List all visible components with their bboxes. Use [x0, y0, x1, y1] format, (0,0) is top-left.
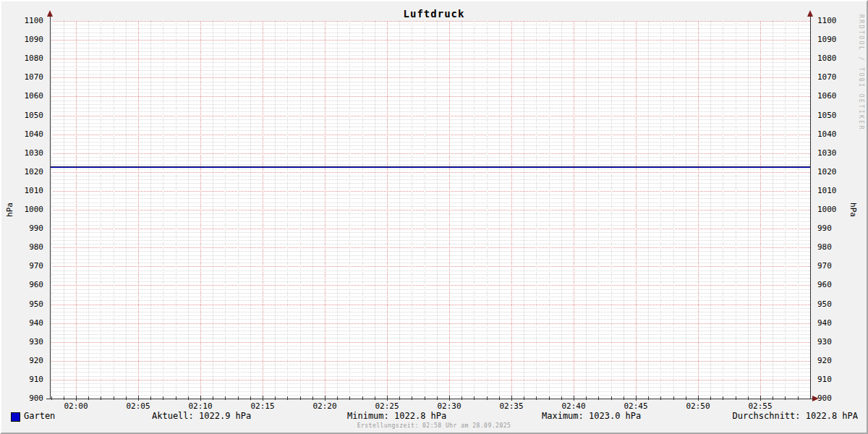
y-tick-label-left: 1040	[1, 129, 43, 140]
gridline-minor-h	[50, 327, 810, 328]
gridline-minor-h	[50, 161, 810, 161]
x-axis-tick	[176, 396, 176, 400]
y-tick-label-right: 900	[817, 393, 832, 404]
x-axis-tick	[126, 396, 127, 400]
gridline-major-h	[50, 342, 810, 343]
gridline-minor-h	[50, 395, 810, 396]
gridline-minor-h	[50, 349, 810, 350]
gridline-minor-v	[673, 21, 674, 399]
x-axis-tick	[660, 396, 661, 400]
x-axis-tick	[349, 396, 350, 400]
gridline-minor-v	[300, 21, 301, 399]
y-tick-label-right: 950	[817, 299, 832, 310]
gridline-minor-h	[50, 62, 810, 63]
x-axis-tick	[51, 396, 52, 400]
x-axis-tick	[586, 396, 587, 400]
y-tick-label-right: 910	[817, 375, 832, 385]
x-axis-tick	[561, 396, 562, 400]
x-axis-tick	[798, 396, 799, 400]
x-tick-label: 02:15	[247, 401, 278, 412]
gridline-minor-v	[736, 21, 736, 399]
gridline-minor-v	[487, 21, 488, 399]
gridline-major-v	[138, 21, 139, 399]
gridline-minor-v	[461, 21, 462, 399]
gridline-minor-h	[50, 157, 810, 158]
gridline-minor-h	[50, 123, 810, 124]
y-tick-label-right: 1100	[817, 16, 837, 26]
gridline-minor-h	[50, 308, 810, 309]
x-tick-label: 02:35	[495, 401, 527, 412]
gridline-minor-h	[50, 365, 810, 365]
x-axis-tick	[487, 396, 488, 400]
gridline-major-h	[50, 361, 810, 362]
gridline-minor-h	[50, 338, 810, 339]
gridline-major-h	[50, 40, 810, 41]
x-tick-label: 02:55	[744, 401, 776, 412]
gridline-minor-v	[126, 21, 127, 399]
x-axis-tick	[163, 396, 163, 400]
gridline-minor-h	[50, 169, 810, 169]
y-tick-label-left: 1030	[1, 148, 43, 158]
gridline-minor-h	[50, 237, 810, 237]
y-tick-label-left: 990	[1, 224, 43, 234]
gridline-minor-h	[50, 142, 810, 142]
x-axis-tick	[624, 396, 624, 400]
gridline-minor-v	[275, 21, 276, 399]
gridline-minor-v	[474, 21, 475, 399]
gridline-minor-h	[50, 331, 810, 331]
x-axis-tick	[425, 396, 425, 400]
gridline-major-h	[50, 153, 810, 154]
x-axis-tick	[337, 396, 338, 400]
gridline-minor-v	[101, 21, 101, 399]
gridline-minor-h	[50, 274, 810, 275]
y-tick-label-right: 1080	[817, 54, 837, 64]
gridline-minor-h	[50, 138, 810, 139]
gridline-major-v	[636, 21, 637, 399]
gridline-major-h	[50, 116, 810, 116]
x-axis-tick	[760, 396, 761, 401]
y-tick-label-left: 1020	[1, 167, 43, 177]
x-tick-label: 02:00	[60, 401, 92, 412]
y-tick-label-left: 980	[1, 242, 43, 252]
y-tick-label-left: 1060	[1, 91, 43, 101]
gridline-minor-v	[238, 21, 239, 399]
gridline-minor-h	[50, 179, 810, 180]
y-tick-label-left: 920	[1, 356, 43, 366]
y-tick-label-right: 1030	[817, 148, 837, 158]
gridline-minor-h	[50, 346, 810, 346]
stat-minimum: Minimum: 1022.8 hPa	[347, 411, 446, 421]
gridline-minor-v	[785, 21, 786, 399]
y-tick-label-left: 930	[1, 337, 43, 347]
y-tick-label-right: 1060	[817, 91, 837, 101]
gridline-minor-h	[50, 33, 810, 33]
x-tick-label: 02:45	[620, 401, 652, 412]
y-tick-label-left: 960	[1, 280, 43, 290]
y-tick-label-right: 1090	[817, 35, 837, 45]
gridline-minor-v	[225, 21, 226, 399]
gridline-minor-v	[524, 21, 524, 399]
x-axis-tick	[773, 396, 773, 400]
y-tick-label-left: 1080	[1, 54, 43, 64]
x-axis-tick	[101, 396, 101, 400]
gridline-minor-h	[50, 376, 810, 377]
x-axis-tick	[76, 396, 77, 401]
gridline-minor-v	[586, 21, 587, 399]
y-tick-label-right: 1010	[817, 186, 837, 196]
gridline-major-h	[50, 191, 810, 192]
gridline-minor-v	[312, 21, 313, 399]
gridline-minor-h	[50, 89, 810, 90]
gridline-minor-v	[176, 21, 176, 399]
gridline-minor-h	[50, 74, 810, 75]
right-axis-unit-label: hPa	[839, 199, 868, 221]
y-tick-label-right: 980	[817, 242, 832, 252]
stat-durchschnitt: Durchschnitt: 1022.8 hPA	[733, 411, 858, 421]
x-axis-tick	[312, 396, 313, 400]
gridline-minor-h	[50, 206, 810, 207]
stat-aktuell: Aktuell: 1022.9 hPa	[152, 411, 251, 421]
gridline-minor-v	[88, 21, 89, 399]
x-axis-tick	[88, 396, 89, 400]
series-color-swatch	[11, 412, 20, 422]
gridline-major-v	[200, 21, 201, 399]
gridline-minor-h	[50, 391, 810, 392]
gridline-minor-v	[561, 21, 562, 399]
